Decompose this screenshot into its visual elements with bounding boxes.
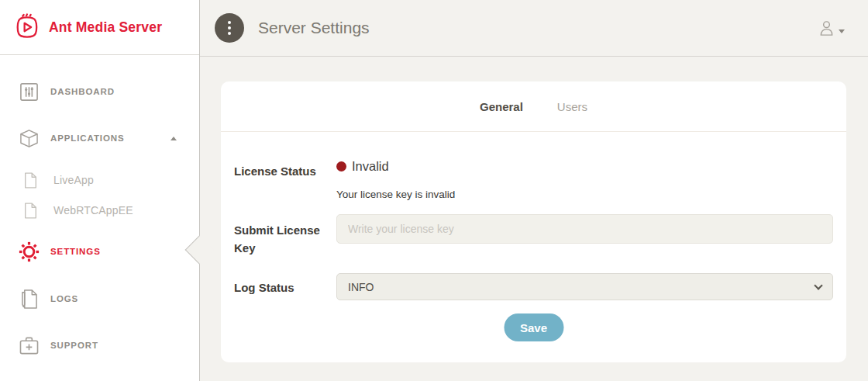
gear-icon xyxy=(19,241,40,262)
chevron-down-icon xyxy=(814,281,822,289)
log-status-label: Log Status xyxy=(234,279,294,296)
sidebar-item-label: DASHBOARD xyxy=(50,87,115,96)
user-menu-button[interactable] xyxy=(818,19,845,37)
sidebar-item-webrtcappee[interactable]: WebRTCAppEE xyxy=(0,197,199,223)
license-key-input[interactable] xyxy=(336,214,833,244)
sidebar-item-applications[interactable]: APPLICATIONS xyxy=(0,123,199,154)
sidebar-item-label: SUPPORT xyxy=(50,341,98,350)
file-icon xyxy=(20,203,41,219)
sidebar-item-label: LOGS xyxy=(50,294,78,303)
brand-name: Ant Media Server xyxy=(49,19,162,36)
license-status-label: License Status xyxy=(234,162,316,180)
sidebar-item-label: WebRTCAppEE xyxy=(53,204,133,216)
sidebar-item-liveapp[interactable]: LiveApp xyxy=(0,167,199,193)
license-status-value: Invalid xyxy=(336,159,389,174)
log-status-selected-value: INFO xyxy=(348,281,374,293)
sidebar-item-label: SETTINGS xyxy=(50,247,101,256)
kebab-menu-button[interactable] xyxy=(215,13,244,43)
sidebar-item-dashboard[interactable]: DASHBOARD xyxy=(0,76,199,107)
collapse-arrow-icon[interactable] xyxy=(170,137,177,140)
page-header: Server Settings xyxy=(200,0,868,57)
license-status-detail: Your license key is invalid xyxy=(336,189,455,200)
file-icon xyxy=(20,172,41,189)
sidebar-item-label: APPLICATIONS xyxy=(50,133,125,143)
sidebar-nav: DASHBOARD APPLICATIONS LiveApp xyxy=(0,76,199,361)
license-status-text: Invalid xyxy=(352,159,389,174)
logs-icon xyxy=(19,289,40,309)
sidebar: Ant Media Server DASHBOARD xyxy=(0,0,200,381)
status-dot-icon xyxy=(336,161,346,171)
sidebar-item-support[interactable]: SUPPORT xyxy=(0,330,199,361)
dashboard-icon xyxy=(19,82,40,102)
chevron-down-icon xyxy=(839,29,845,33)
kebab-menu-icon xyxy=(228,21,231,24)
tab-bar: General Users xyxy=(221,81,846,132)
tab-general[interactable]: General xyxy=(480,100,523,113)
page-title: Server Settings xyxy=(258,19,370,37)
tab-users[interactable]: Users xyxy=(557,100,587,113)
log-status-select[interactable]: INFO xyxy=(336,273,833,300)
sidebar-item-settings[interactable]: SETTINGS xyxy=(0,236,199,267)
ant-media-logo-icon xyxy=(12,12,41,42)
save-button[interactable]: Save xyxy=(504,313,563,341)
user-icon xyxy=(818,19,835,37)
brand-logo[interactable]: Ant Media Server xyxy=(0,0,199,55)
sidebar-item-logs[interactable]: LOGS xyxy=(0,283,199,314)
server-settings-card: General Users License Status Invalid You… xyxy=(221,81,846,362)
support-icon xyxy=(19,337,40,355)
applications-icon xyxy=(19,129,40,148)
sidebar-item-label: LiveApp xyxy=(53,174,94,186)
submit-license-key-label: Submit License Key xyxy=(234,221,326,258)
